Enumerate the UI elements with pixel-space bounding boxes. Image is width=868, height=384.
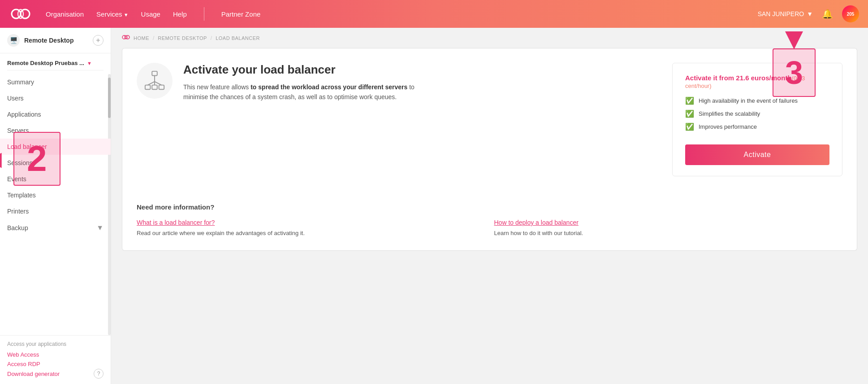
sidebar-item-applications[interactable]: Applications [0,106,111,122]
check-icon-3: ✅ [685,122,694,131]
lb-main-card: Activate your load balancer This new fea… [122,48,857,191]
svg-line-13 [155,82,161,85]
pricing-headline-text: Activate it from 21.6 euros/month [685,74,792,82]
nav-divider [204,7,204,21]
nav-services[interactable]: Services [96,10,128,18]
sidebar-item-servers[interactable]: Servers [0,122,111,139]
pricing-feature-label-2: Simplifies the scalability [699,110,760,117]
check-icon-1: ✅ [685,96,694,105]
sidebar-section-arrow: ▼ [87,61,92,66]
help-button[interactable]: ? [94,369,104,379]
sidebar-item-load-balancer[interactable]: Load balancer 2 ◀ [0,139,111,155]
info-title: Need more information? [137,203,842,211]
svg-line-11 [148,82,155,85]
sidebar-label-events: Events [7,175,26,183]
user-avatar[interactable]: 205 [842,5,859,22]
nav-organisation[interactable]: Organisation [46,10,84,18]
sidebar-item-users[interactable]: Users [0,90,111,106]
breadcrumb-icon [122,34,130,42]
load-balancer-icon [143,70,166,92]
region-label: SAN JUNIPERO [758,10,804,17]
backup-arrow: ▼ [96,224,104,232]
pricing-headline: Activate it from 21.6 euros/month(0,03 c… [685,74,829,89]
service-icon: 🖥️ [7,34,20,47]
pricing-feature-label-1: High availability in the event of failur… [699,97,798,104]
rdp-access-link[interactable]: Acceso RDP [7,359,104,369]
lb-title: Activate your load balancer [183,63,661,77]
info-section: Need more information? What is a load ba… [122,191,857,251]
nav-help[interactable]: Help [173,10,187,18]
svg-rect-8 [152,85,157,90]
web-access-link[interactable]: Web Access [7,350,104,359]
sidebar-section-selector[interactable]: Remote Desktop Pruebas ... ▼ [0,53,111,70]
svg-rect-9 [159,85,164,90]
bottom-section-title: Access your applications [7,341,104,347]
svg-point-4 [126,35,130,39]
sidebar-section-label: Remote Desktop Pruebas ... [7,60,84,66]
lb-desc: This new feature allows to spread the wo… [183,82,416,102]
content-area: Activate your load balancer This new fea… [111,48,868,262]
sidebar-label-summary: Summary [7,79,34,86]
pricing-card: Activate it from 21.6 euros/month(0,03 c… [672,63,842,176]
sidebar-divider [7,70,104,70]
sidebar-item-templates[interactable]: Templates [0,187,111,203]
app-logo[interactable] [9,6,32,22]
avatar-text: 205 [847,12,855,17]
topnav-links: Organisation Services Usage Help Partner… [46,7,758,21]
info-link-2[interactable]: How to deploy a load balancer [494,219,843,226]
info-desc-2: Learn how to do it with our tutorial. [494,229,843,238]
sidebar-item-sessions[interactable]: Sessions [0,155,111,171]
download-generator-link[interactable]: Download generator [7,369,60,379]
lb-description: Activate your load balancer This new fea… [183,63,661,102]
lb-desc-start: This new feature allows [183,83,250,91]
sidebar-item-backup[interactable]: Backup ▼ [0,219,111,234]
lb-icon-container [137,63,173,99]
breadcrumb: HOME / REMOTE DESKTOP / LOAD BALANCER [111,28,868,48]
nav-usage[interactable]: Usage [141,10,160,18]
breadcrumb-sep-1: / [153,35,154,41]
breadcrumb-remote-desktop[interactable]: REMOTE DESKTOP [158,35,207,41]
sidebar-label-templates: Templates [7,192,36,199]
breadcrumb-load-balancer: LOAD BALANCER [216,35,260,41]
activate-button[interactable]: Activate [685,144,829,165]
sidebar-label-sessions: Sessions [7,159,33,166]
info-item-1: What is a load balancer for? Read our ar… [137,219,485,238]
sidebar-nav: Summary Users Applications Servers Load … [0,74,111,335]
region-selector[interactable]: SAN JUNIPERO ▼ [758,10,813,17]
info-item-2: How to deploy a load balancer Learn how … [494,219,843,238]
sidebar: 🖥️ Remote Desktop + Remote Desktop Prueb… [0,28,111,384]
sidebar-header: 🖥️ Remote Desktop + [0,28,111,53]
sidebar-label-servers: Servers [7,127,29,134]
sidebar-bottom: Access your applications Web Access Acce… [0,335,111,384]
sidebar-item-summary[interactable]: Summary [0,74,111,90]
sidebar-label-load-balancer: Load balancer [7,143,47,150]
sidebar-label-users: Users [7,95,24,102]
svg-point-1 [21,9,30,18]
sidebar-label-applications: Applications [7,111,41,118]
pricing-feature-2: ✅ Simplifies the scalability [685,109,829,118]
sidebar-label-printers: Printers [7,208,29,215]
svg-rect-7 [145,85,151,90]
breadcrumb-home[interactable]: HOME [134,35,149,41]
sidebar-item-events[interactable]: Events [0,171,111,187]
svg-point-3 [122,35,126,39]
sidebar-item-printers[interactable]: Printers [0,203,111,219]
nav-partner-zone[interactable]: Partner Zone [221,10,261,18]
pricing-feature-3: ✅ Improves performance [685,122,829,131]
scrollbar-thumb[interactable] [108,78,111,118]
backup-label: Backup [7,224,28,231]
svg-rect-6 [152,71,157,76]
region-arrow: ▼ [807,10,813,17]
pricing-feature-1: ✅ High availability in the event of fail… [685,96,829,105]
check-icon-2: ✅ [685,109,694,118]
pricing-wrapper: 3 Activate it from 21.6 euros/month(0,03… [672,63,842,176]
service-title: Remote Desktop [24,37,88,44]
main-content: HOME / REMOTE DESKTOP / LOAD BALANCER [111,28,868,384]
notifications-bell[interactable]: 🔔 [822,9,833,19]
pricing-feature-label-3: Improves performance [699,123,757,130]
info-link-1[interactable]: What is a load balancer for? [137,219,485,226]
add-service-button[interactable]: + [93,35,104,46]
info-grid: What is a load balancer for? Read our ar… [137,219,842,238]
main-layout: 🖥️ Remote Desktop + Remote Desktop Prueb… [0,28,868,384]
info-desc-1: Read our article where we explain the ad… [137,229,485,238]
